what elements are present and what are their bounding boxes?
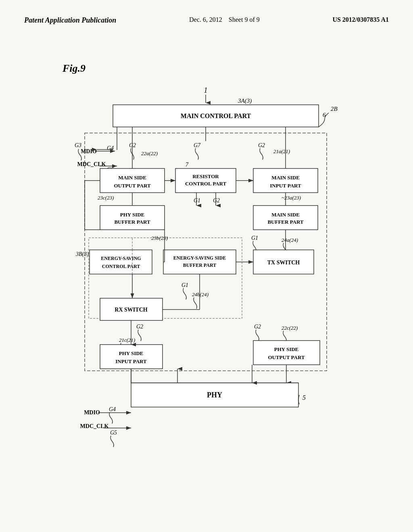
label-g2-rx: G2: [136, 324, 143, 330]
page-header: Patent Application Publication Dec. 6, 2…: [0, 0, 413, 29]
wave-g1-esb: [183, 288, 186, 299]
label-21a21: 21a(21): [273, 148, 290, 154]
label-g5-bot: G5: [110, 430, 117, 436]
patent-number: US 2012/0307835 A1: [332, 16, 389, 23]
label-g7: G7: [194, 142, 201, 148]
label-23b23: 23b(23): [151, 235, 168, 241]
label-23a23: ~23a(23): [282, 195, 301, 201]
wave-g5-bot: [111, 436, 114, 447]
wave-g7: [195, 148, 198, 160]
main-side-buffer-label2: BUFFER PART: [267, 219, 304, 225]
figure-label: Fig.9: [63, 62, 86, 75]
wave-g2-tr: [260, 148, 263, 160]
publication-label: Patent Application Publication: [24, 16, 116, 25]
wave-g2-rx: [138, 330, 141, 341]
phy-side-buffer-box: [100, 206, 165, 230]
label-g1-rc: G1: [194, 197, 200, 204]
label-g3: G3: [75, 142, 81, 148]
label-g1-esb: G1: [181, 282, 188, 288]
label-7: 7: [186, 162, 189, 168]
label-6: 6: [323, 112, 326, 118]
label-mdio-bot: MDIO: [84, 409, 100, 416]
label-23c23: 23c(23): [98, 195, 114, 201]
main-side-input-box: [253, 168, 318, 193]
sheet: Sheet 9 of 9: [229, 16, 260, 23]
phy-side-input-box: [100, 345, 163, 369]
label-g2-tr: G2: [258, 142, 265, 148]
main-side-output-box: [100, 168, 165, 193]
label-g2-rc: G2: [213, 197, 220, 204]
phy-side-input-label2: INPUT PART: [115, 358, 147, 364]
wave-g2-right: [256, 330, 259, 341]
main-side-buffer-label1: MAIN SIDE: [271, 212, 300, 218]
energy-saving-buffer-label1: ENERGY-SAVING SIDE: [173, 255, 226, 261]
label-5: 5: [302, 394, 306, 401]
phy-side-input-label1: PHY SIDE: [119, 350, 144, 356]
date: Dec. 6, 2012: [189, 16, 222, 23]
label-1: 1: [204, 86, 208, 94]
energy-saving-control-label2: CONTROL PART: [102, 264, 140, 269]
phy-side-output-label2: OUTPUT PART: [268, 354, 305, 360]
label-g4-bot: G4: [109, 406, 116, 412]
energy-saving-control-label1: ENERGY-SAVING: [101, 256, 141, 261]
tx-switch-label: TX SWITCH: [267, 260, 300, 266]
main-side-buffer-box: [253, 206, 318, 230]
energy-saving-control-box: [90, 250, 152, 274]
label-mdio-top: MDIO: [81, 148, 97, 154]
label-3a3: 3A(3): [238, 98, 252, 104]
label-22a22: 22a(22): [141, 150, 158, 156]
phy-side-output-box: [253, 341, 320, 365]
main-side-output-label1: MAIN SIDE: [118, 175, 146, 181]
label-g1-msb: G1: [251, 235, 258, 241]
phy-label: PHY: [207, 391, 222, 399]
resistor-control-label1: RESISTOR: [192, 173, 219, 179]
main-side-input-label2: INPUT PART: [270, 183, 301, 189]
label-21c21: 21c(21): [119, 337, 135, 343]
date-sheet: Dec. 6, 2012 Sheet 9 of 9: [189, 16, 260, 23]
label-24a24: 24a(24): [282, 237, 298, 243]
rx-switch-label: RX SWITCH: [115, 307, 147, 313]
label-g4-top: G4: [107, 145, 114, 151]
energy-saving-buffer-label2: BUFFER PART: [183, 262, 216, 268]
energy-saving-buffer-box: [163, 250, 236, 274]
phy-side-buffer-label1: PHY SIDE: [120, 212, 145, 218]
label-22c22: 22c(22): [282, 325, 298, 331]
resistor-control-label2: CONTROL PART: [185, 181, 227, 187]
label-3b3: 3B(3): [75, 251, 89, 258]
main-control-part-label: MAIN CONTROL PART: [181, 112, 251, 119]
phy-side-buffer-label2: BUFFER PART: [114, 219, 150, 225]
page: Patent Application Publication Dec. 6, 2…: [0, 0, 413, 532]
circuit-diagram: 1 3A(3) MAIN CONTROL PART 6 2B G3 3B(3): [32, 81, 383, 463]
label-24b24: 24b(24): [192, 291, 209, 297]
label-g2-right: G2: [254, 324, 261, 330]
phy-side-output-label1: PHY SIDE: [274, 346, 299, 352]
label-2b: 2B: [331, 106, 338, 112]
diagram-container: 1 3A(3) MAIN CONTROL PART 6 2B G3 3B(3): [32, 81, 383, 463]
main-side-output-label2: OUTPUT PART: [114, 183, 150, 189]
main-side-input-label1: MAIN SIDE: [271, 175, 300, 181]
wave-24b: [194, 297, 197, 309]
wave-g4-bot: [109, 412, 113, 424]
brace-5: [298, 395, 299, 404]
